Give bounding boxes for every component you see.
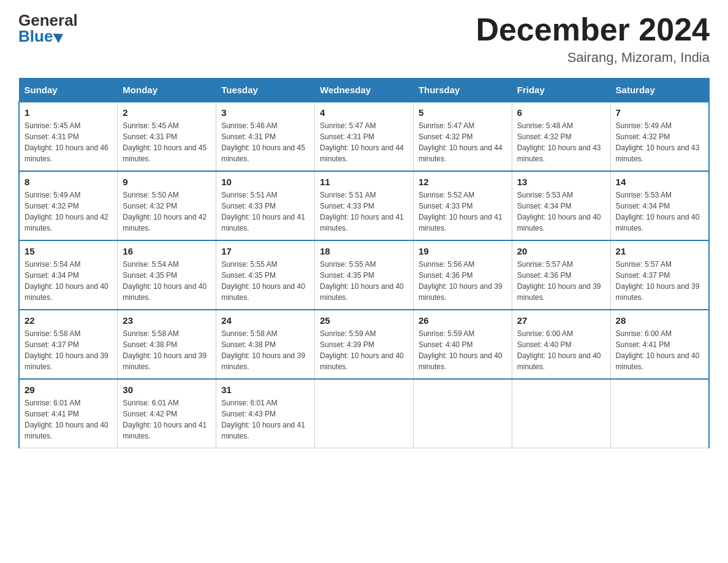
day-number: 13 — [517, 177, 605, 187]
weekday-header-friday: Friday — [512, 79, 610, 102]
day-number: 18 — [320, 246, 408, 256]
day-info: Sunrise: 5:47 AMSunset: 4:31 PMDaylight:… — [320, 121, 404, 163]
logo-general: General — [18, 12, 78, 28]
day-info: Sunrise: 5:53 AMSunset: 4:34 PMDaylight:… — [616, 191, 700, 232]
day-cell: 2 Sunrise: 5:45 AMSunset: 4:31 PMDayligh… — [118, 102, 216, 171]
day-cell — [413, 379, 512, 448]
day-info: Sunrise: 5:45 AMSunset: 4:31 PMDaylight:… — [25, 121, 108, 163]
day-number: 21 — [616, 246, 703, 256]
day-number: 17 — [221, 246, 309, 256]
day-info: Sunrise: 6:01 AMSunset: 4:42 PMDaylight:… — [123, 399, 207, 440]
day-cell: 24 Sunrise: 5:58 AMSunset: 4:38 PMDaylig… — [216, 310, 315, 379]
day-info: Sunrise: 5:58 AMSunset: 4:38 PMDaylight:… — [221, 329, 305, 371]
day-cell: 3 Sunrise: 5:46 AMSunset: 4:31 PMDayligh… — [216, 102, 315, 171]
week-row-2: 8 Sunrise: 5:49 AMSunset: 4:32 PMDayligh… — [19, 171, 709, 240]
day-info: Sunrise: 6:00 AMSunset: 4:41 PMDaylight:… — [616, 329, 700, 371]
day-number: 28 — [616, 315, 703, 326]
day-info: Sunrise: 5:49 AMSunset: 4:32 PMDaylight:… — [616, 121, 700, 163]
day-info: Sunrise: 5:55 AMSunset: 4:35 PMDaylight:… — [221, 260, 305, 302]
day-number: 14 — [616, 177, 703, 187]
day-cell: 4 Sunrise: 5:47 AMSunset: 4:31 PMDayligh… — [315, 102, 414, 171]
day-info: Sunrise: 5:51 AMSunset: 4:33 PMDaylight:… — [320, 191, 404, 232]
day-cell: 7 Sunrise: 5:49 AMSunset: 4:32 PMDayligh… — [610, 102, 709, 171]
day-number: 20 — [517, 246, 605, 256]
week-row-3: 15 Sunrise: 5:54 AMSunset: 4:34 PMDaylig… — [19, 240, 709, 310]
day-cell: 25 Sunrise: 5:59 AMSunset: 4:39 PMDaylig… — [315, 310, 414, 379]
weekday-header-monday: Monday — [118, 79, 216, 102]
day-cell: 17 Sunrise: 5:55 AMSunset: 4:35 PMDaylig… — [216, 240, 315, 310]
day-number: 27 — [517, 315, 605, 326]
logo: General Blue — [18, 12, 78, 44]
day-info: Sunrise: 5:54 AMSunset: 4:34 PMDaylight:… — [25, 260, 108, 302]
day-number: 2 — [123, 107, 211, 118]
day-number: 9 — [123, 177, 211, 187]
week-row-1: 1 Sunrise: 5:45 AMSunset: 4:31 PMDayligh… — [19, 102, 709, 171]
day-info: Sunrise: 5:51 AMSunset: 4:33 PMDaylight:… — [221, 191, 305, 232]
day-cell: 28 Sunrise: 6:00 AMSunset: 4:41 PMDaylig… — [610, 310, 709, 379]
day-info: Sunrise: 5:59 AMSunset: 4:40 PMDaylight:… — [419, 329, 502, 371]
day-info: Sunrise: 5:46 AMSunset: 4:31 PMDaylight:… — [221, 121, 305, 163]
day-info: Sunrise: 6:00 AMSunset: 4:40 PMDaylight:… — [517, 329, 601, 371]
title-section: December 2024 Sairang, Mizoram, India — [476, 12, 710, 66]
day-cell: 8 Sunrise: 5:49 AMSunset: 4:32 PMDayligh… — [19, 171, 118, 240]
day-info: Sunrise: 5:47 AMSunset: 4:32 PMDaylight:… — [419, 121, 502, 163]
day-cell: 27 Sunrise: 6:00 AMSunset: 4:40 PMDaylig… — [512, 310, 610, 379]
day-info: Sunrise: 5:54 AMSunset: 4:35 PMDaylight:… — [123, 260, 207, 302]
day-cell: 1 Sunrise: 5:45 AMSunset: 4:31 PMDayligh… — [19, 102, 118, 171]
weekday-header-sunday: Sunday — [19, 79, 118, 102]
day-cell: 31 Sunrise: 6:01 AMSunset: 4:43 PMDaylig… — [216, 379, 315, 448]
day-cell — [512, 379, 610, 448]
day-info: Sunrise: 5:45 AMSunset: 4:31 PMDaylight:… — [123, 121, 207, 163]
day-cell: 18 Sunrise: 5:55 AMSunset: 4:35 PMDaylig… — [315, 240, 414, 310]
day-info: Sunrise: 6:01 AMSunset: 4:43 PMDaylight:… — [221, 399, 305, 440]
day-cell — [315, 379, 414, 448]
day-info: Sunrise: 5:58 AMSunset: 4:37 PMDaylight:… — [25, 329, 108, 371]
day-info: Sunrise: 6:01 AMSunset: 4:41 PMDaylight:… — [25, 399, 108, 440]
day-number: 1 — [25, 107, 112, 118]
day-info: Sunrise: 5:50 AMSunset: 4:32 PMDaylight:… — [123, 191, 207, 232]
day-cell: 10 Sunrise: 5:51 AMSunset: 4:33 PMDaylig… — [216, 171, 315, 240]
day-cell: 5 Sunrise: 5:47 AMSunset: 4:32 PMDayligh… — [413, 102, 512, 171]
day-cell: 22 Sunrise: 5:58 AMSunset: 4:37 PMDaylig… — [19, 310, 118, 379]
day-number: 12 — [419, 177, 507, 187]
day-cell: 15 Sunrise: 5:54 AMSunset: 4:34 PMDaylig… — [19, 240, 118, 310]
day-info: Sunrise: 5:59 AMSunset: 4:39 PMDaylight:… — [320, 329, 404, 371]
week-row-5: 29 Sunrise: 6:01 AMSunset: 4:41 PMDaylig… — [19, 379, 709, 448]
day-cell: 30 Sunrise: 6:01 AMSunset: 4:42 PMDaylig… — [118, 379, 216, 448]
day-number: 24 — [221, 315, 309, 326]
day-cell: 21 Sunrise: 5:57 AMSunset: 4:37 PMDaylig… — [610, 240, 709, 310]
logo-arrow-icon — [53, 29, 66, 43]
day-number: 29 — [25, 385, 112, 395]
day-cell: 26 Sunrise: 5:59 AMSunset: 4:40 PMDaylig… — [413, 310, 512, 379]
day-number: 22 — [25, 315, 112, 326]
day-cell — [610, 379, 709, 448]
month-title: December 2024 — [476, 12, 710, 47]
day-number: 10 — [221, 177, 309, 187]
day-number: 6 — [517, 107, 605, 118]
day-number: 8 — [25, 177, 112, 187]
day-number: 19 — [419, 246, 507, 256]
day-number: 3 — [221, 107, 309, 118]
day-info: Sunrise: 5:55 AMSunset: 4:35 PMDaylight:… — [320, 260, 404, 302]
day-cell: 16 Sunrise: 5:54 AMSunset: 4:35 PMDaylig… — [118, 240, 216, 310]
day-number: 4 — [320, 107, 408, 118]
day-number: 11 — [320, 177, 408, 187]
day-info: Sunrise: 5:57 AMSunset: 4:37 PMDaylight:… — [616, 260, 700, 302]
day-cell: 9 Sunrise: 5:50 AMSunset: 4:32 PMDayligh… — [118, 171, 216, 240]
day-cell: 14 Sunrise: 5:53 AMSunset: 4:34 PMDaylig… — [610, 171, 709, 240]
day-info: Sunrise: 5:58 AMSunset: 4:38 PMDaylight:… — [123, 329, 207, 371]
location-label: Sairang, Mizoram, India — [476, 50, 710, 66]
day-cell: 20 Sunrise: 5:57 AMSunset: 4:36 PMDaylig… — [512, 240, 610, 310]
day-number: 26 — [419, 315, 507, 326]
day-info: Sunrise: 5:53 AMSunset: 4:34 PMDaylight:… — [517, 191, 601, 232]
page-header: General Blue December 2024 Sairang, Mizo… — [18, 12, 710, 66]
weekday-header-saturday: Saturday — [610, 79, 709, 102]
day-info: Sunrise: 5:49 AMSunset: 4:32 PMDaylight:… — [25, 191, 108, 232]
weekday-header-row: SundayMondayTuesdayWednesdayThursdayFrid… — [19, 79, 709, 102]
day-number: 30 — [123, 385, 211, 395]
day-number: 31 — [221, 385, 309, 395]
weekday-header-thursday: Thursday — [413, 79, 512, 102]
logo-blue: Blue — [18, 28, 64, 44]
week-row-4: 22 Sunrise: 5:58 AMSunset: 4:37 PMDaylig… — [19, 310, 709, 379]
calendar-table: SundayMondayTuesdayWednesdayThursdayFrid… — [18, 78, 710, 448]
